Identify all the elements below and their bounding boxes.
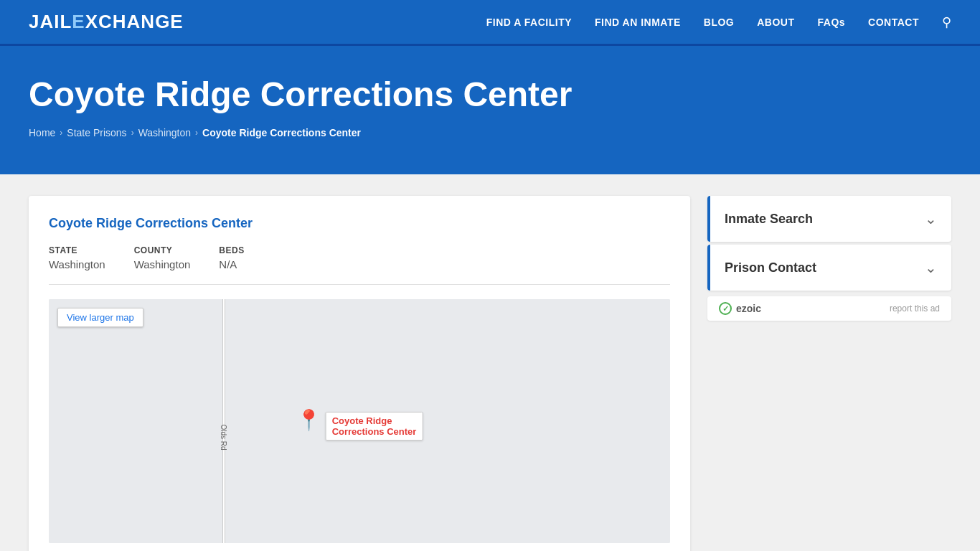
beds-value: N/A — [219, 258, 237, 270]
ezoic-label: ezoic — [736, 303, 761, 314]
logo-text-jail: JAIL — [29, 11, 72, 32]
breadcrumb-home[interactable]: Home — [29, 127, 55, 138]
site-logo[interactable]: JAILEXCHANGE — [29, 11, 184, 33]
facility-card-title: Coyote Ridge Corrections Center — [49, 216, 670, 231]
inmate-search-accordion-header[interactable]: Inmate Search ⌄ — [707, 196, 951, 242]
site-header: JAILEXCHANGE FIND A FACILITY FIND AN INM… — [0, 0, 980, 46]
nav-find-facility[interactable]: FIND A FACILITY — [486, 17, 572, 28]
nav-blog[interactable]: BLOG — [704, 17, 734, 28]
county-col: COUNTY Washington — [134, 245, 191, 271]
page-title: Coyote Ridge Corrections Center — [29, 75, 951, 114]
ezoic-bar: ✓ ezoic report this ad — [707, 296, 951, 321]
breadcrumb-chevron-2: › — [131, 128, 134, 138]
search-icon-button[interactable]: ⚲ — [942, 14, 951, 30]
inmate-search-chevron-icon: ⌄ — [925, 210, 937, 227]
breadcrumb-washington[interactable]: Washington — [138, 127, 191, 138]
breadcrumb-state-prisons[interactable]: State Prisons — [67, 127, 126, 138]
ezoic-check-icon: ✓ — [719, 302, 732, 315]
divider — [49, 284, 670, 285]
breadcrumb-current: Coyote Ridge Corrections Center — [202, 127, 361, 138]
logo-text-xchange: XCHANGE — [85, 11, 184, 32]
nav-contact[interactable]: CONTACT — [868, 17, 919, 28]
map-pin-label: Coyote Ridge Corrections Center — [326, 412, 423, 441]
hero-banner: Coyote Ridge Corrections Center Home › S… — [0, 46, 980, 174]
prison-contact-accordion-header[interactable]: Prison Contact ⌄ — [707, 245, 951, 291]
ezoic-logo: ✓ ezoic — [719, 302, 761, 315]
breadcrumb-chevron-1: › — [60, 128, 62, 138]
report-ad-link[interactable]: report this ad — [890, 303, 940, 314]
county-value: Washington — [134, 258, 191, 270]
map-pin-icon: 📍 — [296, 410, 321, 430]
right-sidebar: Inmate Search ⌄ Prison Contact ⌄ ✓ ezoic… — [707, 196, 951, 321]
logo-text-e: E — [72, 11, 85, 32]
nav-faqs[interactable]: FAQs — [818, 17, 846, 28]
state-label: STATE — [49, 245, 105, 255]
inmate-search-accordion: Inmate Search ⌄ — [707, 196, 951, 242]
road-vertical — [222, 299, 225, 543]
beds-col: BEDS N/A — [219, 245, 244, 271]
pin-label-line2: Corrections Center — [332, 426, 417, 437]
state-value: Washington — [49, 258, 105, 270]
prison-contact-accordion: Prison Contact ⌄ — [707, 245, 951, 291]
map-container: Olds Rd View larger map 📍 Coyote Ridge C… — [49, 299, 670, 543]
pin-label-line1: Coyote Ridge — [332, 415, 392, 426]
nav-about[interactable]: ABOUT — [757, 17, 794, 28]
map-pin: 📍 Coyote Ridge Corrections Center — [296, 410, 423, 441]
nav-find-inmate[interactable]: FIND AN INMATE — [595, 17, 681, 28]
state-col: STATE Washington — [49, 245, 105, 271]
county-label: COUNTY — [134, 245, 191, 255]
road-label: Olds Rd — [220, 424, 227, 450]
beds-label: BEDS — [219, 245, 244, 255]
info-row: STATE Washington COUNTY Washington BEDS … — [49, 245, 670, 271]
main-content: Coyote Ridge Corrections Center STATE Wa… — [0, 174, 980, 551]
prison-contact-title: Prison Contact — [725, 260, 816, 276]
inmate-search-title: Inmate Search — [725, 212, 813, 227]
breadcrumb-chevron-3: › — [195, 128, 198, 138]
prison-contact-chevron-icon: ⌄ — [925, 259, 937, 276]
breadcrumb: Home › State Prisons › Washington › Coyo… — [29, 127, 951, 138]
main-nav: FIND A FACILITY FIND AN INMATE BLOG ABOU… — [486, 14, 951, 30]
view-larger-map-link[interactable]: View larger map — [57, 308, 143, 327]
facility-card: Coyote Ridge Corrections Center STATE Wa… — [29, 196, 690, 551]
